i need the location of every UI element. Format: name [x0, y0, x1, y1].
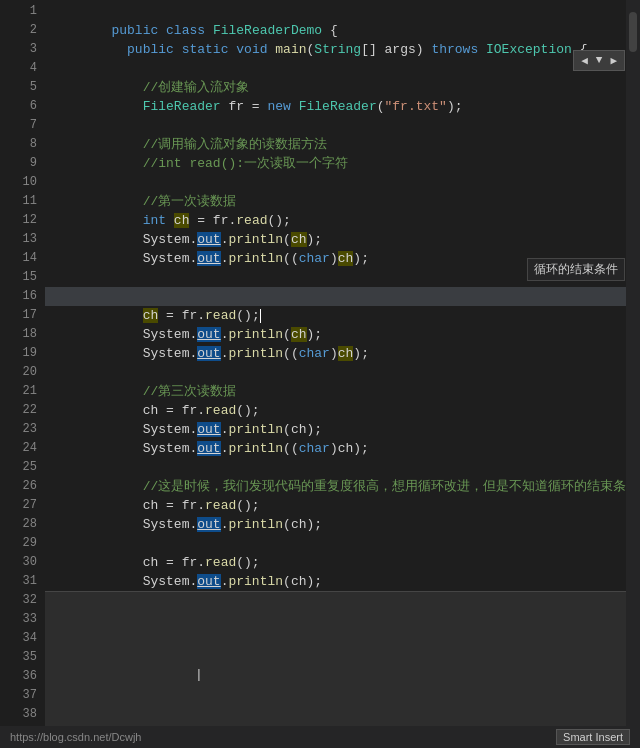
editor-container: ◀ ▼ ▶ 循环的结束条件 1 2 3 4 5 6 7 8 9 10 11 12…	[0, 0, 640, 748]
code-line-38: //System.out.println(ch);	[45, 705, 626, 724]
code-line-19	[45, 344, 626, 363]
line-numbers: 1 2 3 4 5 6 7 8 9 10 11 12 13 14 15 16 1…	[0, 0, 45, 726]
code-line-25: //这是时候，我们发现代码的重复度很高，想用循环改进，但是不知道循环的结束条件是…	[45, 458, 626, 477]
code-line-34: //1:fr.read()	[45, 629, 626, 648]
code-line-11: int ch = fr.read();	[45, 192, 626, 211]
code-line-3	[45, 40, 626, 59]
code-line-24	[45, 439, 626, 458]
smart-insert-label[interactable]: Smart Insert	[556, 729, 630, 745]
code-line-1: public class FileReaderDemo {	[45, 2, 626, 21]
nav-back-button[interactable]: ◀	[578, 53, 591, 68]
code-line-18: System.out.println((char)ch);	[45, 325, 626, 344]
code-line-17: System.out.println(ch);	[45, 306, 626, 325]
code-line-23: System.out.println((char)ch);	[45, 420, 626, 439]
code-line-10: //第一次读数据	[45, 173, 626, 192]
code-line-5: FileReader fr = new FileReader("fr.txt")…	[45, 78, 626, 97]
code-line-28	[45, 515, 626, 534]
code-line-32	[45, 591, 626, 610]
code-line-21: ch = fr.read();	[45, 382, 626, 401]
code-line-20: //第三次读数据	[45, 363, 626, 382]
code-line-8: //int read():一次读取一个字符	[45, 135, 626, 154]
code-line-29: ch = fr.read();	[45, 534, 626, 553]
bottom-bar: https://blog.csdn.net/Dcwjh Smart Insert	[0, 726, 640, 748]
text-cursor-indicator: |	[195, 667, 203, 682]
code-line-30: System.out.println(ch);	[45, 553, 626, 572]
code-line-2: public static void main(String[] args) t…	[45, 21, 626, 40]
code-line-31: //通过测试，我们知道，如果读取数据的返回值是-1时候，就说明没有数据了，这也是…	[45, 572, 626, 591]
code-line-22: System.out.println(ch);	[45, 401, 626, 420]
code-line-12: System.out.println(ch);	[45, 211, 626, 230]
code-line-16: ch = fr.read();	[45, 287, 626, 306]
scrollbar-thumb[interactable]	[629, 12, 637, 52]
tooltip: 循环的结束条件	[527, 258, 625, 281]
code-line-6	[45, 97, 626, 116]
code-line-35: //2:ch=fr.read()	[45, 648, 626, 667]
code-line-26: ch = fr.read();	[45, 477, 626, 496]
code-content[interactable]: public class FileReaderDemo { public sta…	[45, 0, 626, 726]
code-line-36: //3:ch != -1	[45, 667, 626, 686]
code-line-27: System.out.println(ch);	[45, 496, 626, 515]
code-line-4: //创建输入流对象	[45, 59, 626, 78]
nav-dropdown-button[interactable]: ▼	[593, 53, 606, 68]
code-area: 1 2 3 4 5 6 7 8 9 10 11 12 13 14 15 16 1…	[0, 0, 640, 726]
code-line-37: while((ch=fr.read())!=-1) {	[45, 686, 626, 705]
nav-arrows: ◀ ▼ ▶	[573, 50, 625, 71]
nav-forward-button[interactable]: ▶	[607, 53, 620, 68]
code-line-9	[45, 154, 626, 173]
scrollbar[interactable]	[626, 0, 640, 726]
code-line-7: //调用输入流对象的读数据方法	[45, 116, 626, 135]
code-line-33: int ch;	[45, 610, 626, 629]
url-label: https://blog.csdn.net/Dcwjh	[10, 731, 141, 743]
code-line-13: System.out.println((char)ch);	[45, 230, 626, 249]
